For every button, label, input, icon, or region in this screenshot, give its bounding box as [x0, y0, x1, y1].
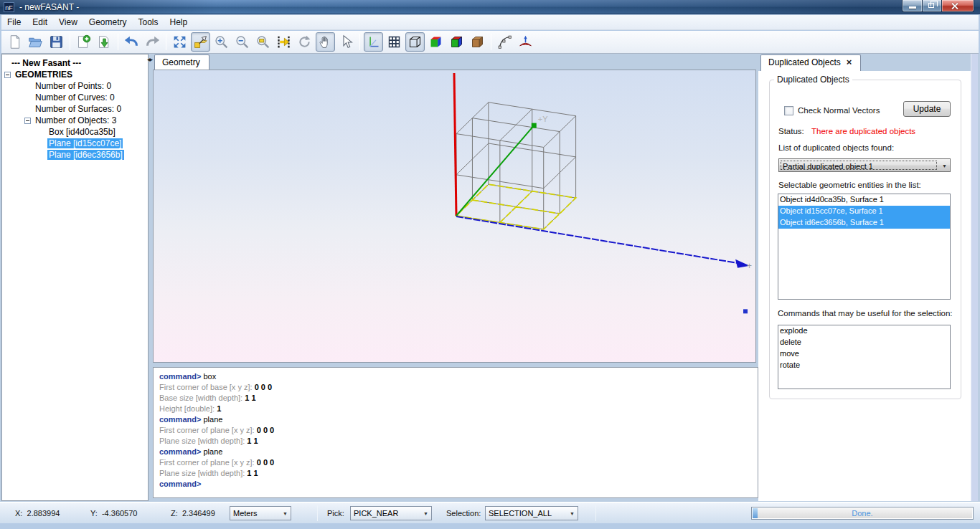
tab-geometry[interactable]: Geometry	[154, 54, 209, 70]
tree-item[interactable]: GEOMETRIES	[2, 69, 148, 80]
tree-item[interactable]: Plane [id15cc07ce]	[2, 138, 148, 149]
center-area: Geometry +Y + ▲▼ command> box	[153, 54, 758, 502]
solid-edges-view-icon[interactable]	[447, 32, 466, 52]
fit-view-icon[interactable]	[170, 32, 189, 52]
duplicated-objects-dropdown[interactable]: Partial duplicated object 1 ▼	[778, 158, 951, 172]
tab-geometry-label: Geometry	[162, 57, 200, 67]
pick-value: PICK_NEAR	[352, 508, 420, 518]
commands-listbox[interactable]: explodedeletemoverotate	[778, 325, 951, 389]
menu-bar: FileEditViewGeometryToolsHelp	[1, 15, 979, 30]
tree-item[interactable]: Number of Curves: 0	[2, 92, 148, 103]
minimize-button[interactable]	[902, 0, 923, 12]
y-axis-endpoint	[532, 123, 537, 128]
axes-toggle-icon[interactable]	[364, 32, 383, 52]
right-panel: Duplicated Objects× Duplicated Objects C…	[758, 54, 971, 502]
entity-list-item[interactable]: Object id15cc07ce, Surface 1	[778, 206, 950, 217]
menu-view[interactable]: View	[53, 16, 83, 29]
select-arrow-icon[interactable]	[336, 32, 356, 52]
chevron-down-icon: ▼	[423, 511, 428, 516]
command-console[interactable]: command> boxFirst corner of base [x y z]…	[153, 367, 758, 498]
console-line: First corner of base [x y z]: 0 0 0	[159, 382, 752, 393]
checkbox-label: Check Normal Vectors	[798, 106, 880, 115]
check-normal-vectors-checkbox[interactable]	[784, 106, 793, 115]
curvature-icon[interactable]	[495, 32, 514, 52]
toolbar-separator	[70, 34, 70, 50]
pick-label: Pick:	[327, 509, 344, 518]
command-list-item[interactable]: rotate	[778, 360, 950, 371]
tree-item[interactable]: Number of Objects: 3	[2, 115, 148, 126]
tree-item[interactable]: Number of Points: 0	[2, 80, 148, 92]
toolbar-separator	[359, 34, 360, 50]
new-geometry-icon[interactable]	[74, 32, 93, 52]
tree-expander-icon[interactable]	[24, 118, 31, 124]
save-icon[interactable]	[47, 32, 66, 52]
tree-item-label: GEOMETRIES	[14, 70, 74, 80]
statusbar-separator	[595, 505, 596, 521]
toolbar-separator	[491, 34, 491, 50]
menu-help[interactable]: Help	[164, 16, 194, 29]
entity-list-item[interactable]: Object id6ec3656b, Surface 1	[778, 217, 950, 229]
viewport-3d[interactable]: +Y +	[153, 70, 756, 363]
pick-dropdown[interactable]: PICK_NEAR ▼	[350, 506, 432, 520]
undo-icon[interactable]	[122, 32, 141, 52]
entities-listbox[interactable]: Object id4d0ca35b, Surface 1Object id15c…	[778, 194, 951, 300]
open-folder-icon[interactable]	[26, 32, 45, 52]
entity-list-item[interactable]: Object id4d0ca35b, Surface 1	[778, 194, 950, 206]
minimize-icon	[909, 6, 916, 9]
statusbar-separator	[317, 505, 318, 521]
selection-dropdown[interactable]: SELECTION_ALL ▼	[485, 506, 578, 520]
tab-duplicated-objects[interactable]: Duplicated Objects×	[760, 54, 861, 71]
command-list-item[interactable]: move	[778, 348, 950, 360]
menu-edit[interactable]: Edit	[27, 16, 53, 29]
restore-button[interactable]	[923, 0, 942, 12]
commands-label: Commands that may be useful for the sele…	[778, 309, 953, 318]
selection-value: SELECTION_ALL	[487, 508, 566, 518]
tree-item[interactable]: --- New Fasant ---	[2, 57, 148, 69]
tab-close-icon[interactable]: ×	[847, 57, 852, 67]
tree-expander-icon[interactable]	[4, 72, 11, 78]
menu-tools[interactable]: Tools	[133, 16, 164, 29]
x-axis	[456, 216, 740, 264]
status-value: There are duplicated objects	[811, 127, 915, 135]
tree-items: --- New Fasant ---GEOMETRIESNumber of Po…	[2, 57, 148, 161]
chevron-down-icon: ▼	[283, 511, 288, 516]
coord-y: Y: -4.360570	[90, 509, 137, 518]
zoom-extents-icon[interactable]	[274, 32, 293, 52]
pan-tool-icon[interactable]	[316, 32, 335, 52]
tree-item[interactable]: Number of Surfaces: 0	[2, 103, 148, 115]
chevron-down-icon: ▼	[570, 511, 575, 516]
tree-item[interactable]: Plane [id6ec3656b]	[2, 149, 148, 161]
zoom-out-icon[interactable]	[232, 32, 252, 52]
entities-label: Selectable geometric entities in the lis…	[778, 181, 921, 189]
solid-view-icon[interactable]	[426, 32, 446, 52]
zoom-window-icon[interactable]	[253, 32, 273, 52]
toolbar-separator	[166, 34, 166, 50]
tree-item-label: Plane [id15cc07ce]	[47, 138, 123, 148]
console-output: command> boxFirst corner of base [x y z]…	[159, 371, 752, 490]
rotate-view-icon[interactable]	[295, 32, 314, 52]
textured-view-icon[interactable]	[468, 32, 487, 52]
new-document-icon[interactable]	[5, 32, 24, 52]
tab-duplicated-objects-label: Duplicated Objects	[768, 57, 841, 67]
progress-text: Done.	[753, 509, 972, 518]
panel-scrollbar[interactable]	[971, 54, 978, 501]
console-line: command> plane	[159, 447, 752, 457]
command-list-item[interactable]: explode	[778, 325, 950, 337]
grid-toggle-icon[interactable]	[385, 32, 404, 52]
menu-file[interactable]: File	[1, 16, 27, 29]
pick-tool-icon[interactable]	[191, 32, 210, 52]
title-bar[interactable]: nF - newFASANT -	[0, 0, 980, 14]
tree-item[interactable]: Box [id4d0ca35b]	[2, 126, 148, 138]
command-list-item[interactable]: delete	[778, 337, 950, 348]
normals-icon[interactable]	[516, 32, 535, 52]
menu-geometry[interactable]: Geometry	[83, 16, 133, 29]
units-dropdown[interactable]: Meters ▼	[230, 506, 291, 520]
update-button[interactable]: Update	[903, 101, 951, 117]
import-geometry-icon[interactable]	[95, 32, 114, 52]
wireframe-view-icon[interactable]	[405, 32, 425, 52]
z-axis	[454, 73, 456, 216]
box-wireframe	[456, 103, 576, 229]
close-button[interactable]	[942, 0, 974, 12]
zoom-in-icon[interactable]	[212, 32, 231, 52]
redo-icon[interactable]	[143, 32, 162, 52]
